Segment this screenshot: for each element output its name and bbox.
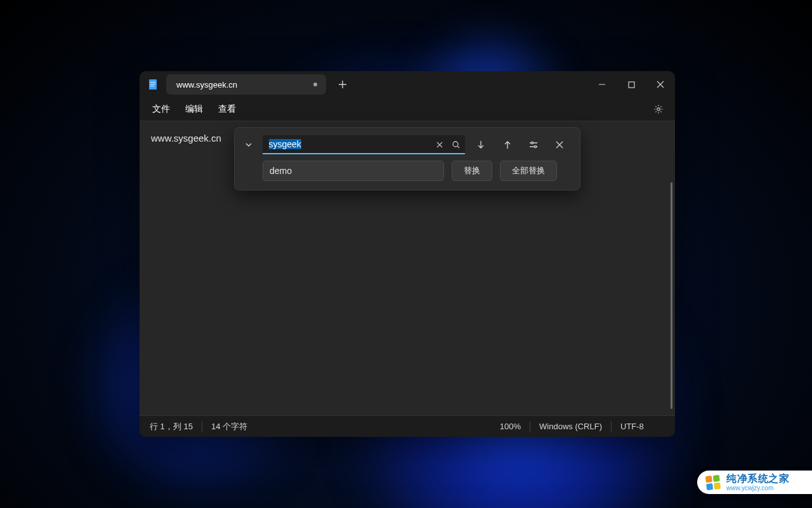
statusbar: 行 1，列 15 14 个字符 100% Windows (CRLF) UTF-… bbox=[140, 415, 675, 437]
watermark-title: 纯净系统之家 bbox=[726, 473, 789, 485]
line-ending[interactable]: Windows (CRLF) bbox=[539, 422, 602, 431]
find-replace-panel: 替换 全部替换 bbox=[234, 127, 580, 190]
svg-rect-1 bbox=[150, 82, 155, 83]
menu-view[interactable]: 查看 bbox=[211, 101, 244, 117]
replace-all-button[interactable]: 全部替换 bbox=[500, 161, 557, 181]
find-previous-button[interactable] bbox=[497, 135, 517, 154]
collapse-replace-button[interactable] bbox=[241, 136, 256, 154]
settings-button[interactable] bbox=[647, 99, 670, 119]
watermark: 纯净系统之家 www.ycwjzy.com bbox=[697, 471, 812, 494]
replace-input[interactable] bbox=[263, 161, 444, 181]
replace-button[interactable]: 替换 bbox=[452, 161, 492, 181]
minimize-button[interactable] bbox=[587, 71, 617, 98]
tab-strip: www.sysgeek.cn bbox=[166, 71, 353, 98]
svg-point-5 bbox=[657, 108, 660, 110]
editor-area[interactable]: www.sysgeek.cn bbox=[140, 121, 675, 415]
unsaved-indicator-icon bbox=[313, 83, 317, 86]
zoom-level[interactable]: 100% bbox=[500, 422, 521, 431]
menu-edit[interactable]: 编辑 bbox=[178, 101, 211, 117]
document-tab[interactable]: www.sysgeek.cn bbox=[166, 74, 326, 95]
vertical-scrollbar[interactable] bbox=[667, 182, 672, 409]
close-find-button[interactable] bbox=[550, 135, 570, 154]
encoding[interactable]: UTF-8 bbox=[620, 422, 665, 431]
maximize-button[interactable] bbox=[617, 71, 646, 98]
menu-file[interactable]: 文件 bbox=[145, 101, 178, 117]
svg-rect-3 bbox=[150, 86, 154, 86]
svg-rect-2 bbox=[150, 84, 155, 84]
cursor-position: 行 1，列 15 bbox=[150, 421, 193, 432]
menubar: 文件 编辑 查看 bbox=[140, 98, 675, 121]
watermark-logo-icon bbox=[705, 475, 721, 490]
clear-search-button[interactable] bbox=[431, 135, 449, 154]
titlebar: www.sysgeek.cn bbox=[140, 71, 675, 98]
notepad-app-icon bbox=[147, 79, 159, 90]
new-tab-button[interactable] bbox=[332, 74, 353, 95]
close-button[interactable] bbox=[646, 71, 675, 98]
document-content: www.sysgeek.cn bbox=[151, 133, 221, 144]
search-button[interactable] bbox=[447, 135, 465, 154]
svg-point-6 bbox=[453, 142, 458, 147]
svg-point-8 bbox=[534, 145, 536, 147]
search-options-button[interactable] bbox=[523, 135, 543, 154]
svg-point-7 bbox=[531, 142, 533, 144]
watermark-url: www.ycwjzy.com bbox=[726, 485, 789, 491]
find-next-button[interactable] bbox=[471, 135, 491, 154]
tab-title: www.sysgeek.cn bbox=[176, 80, 237, 90]
svg-rect-4 bbox=[629, 82, 634, 88]
notepad-window: www.sysgeek.cn 文件 编辑 查看 bbox=[140, 71, 675, 437]
character-count: 14 个字符 bbox=[211, 421, 247, 432]
